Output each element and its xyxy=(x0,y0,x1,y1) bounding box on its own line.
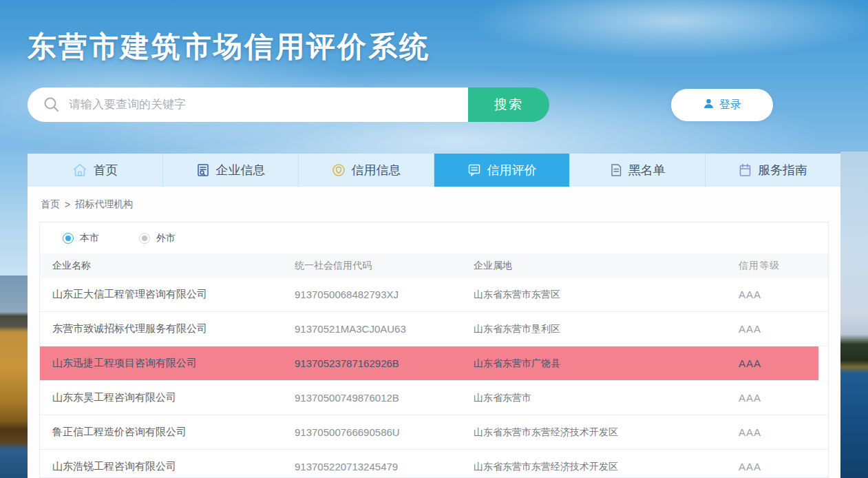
location: 山东省东营市广饶县 xyxy=(474,357,739,370)
tab-label: 服务指南 xyxy=(758,162,807,178)
tab-service-guide[interactable]: 服务指南 xyxy=(706,154,840,187)
search-button[interactable]: 搜索 xyxy=(468,87,549,122)
tab-home[interactable]: 首页 xyxy=(28,154,163,187)
tab-credit-evaluation[interactable]: 信用评价 xyxy=(434,154,570,187)
credit-rating: AAA xyxy=(739,323,828,335)
credit-code: 91370523787162926B xyxy=(295,357,474,369)
blacklist-icon xyxy=(610,163,622,177)
company-name: 山东浩锐工程咨询有限公司 xyxy=(40,460,295,473)
credit-code: 91370500766690586U xyxy=(295,426,474,438)
radio-label: 本市 xyxy=(80,232,99,245)
service-guide-icon xyxy=(739,163,752,177)
col-location: 企业属地 xyxy=(474,260,739,272)
location: 山东省东营市东营经济技术开发区 xyxy=(474,461,739,473)
company-name: 山东东昊工程咨询有限公司 xyxy=(40,391,295,404)
location: 山东省东营市东营经济技术开发区 xyxy=(474,426,739,439)
credit-code: 9137050068482793XJ xyxy=(295,289,474,300)
radio-local-city[interactable]: 本市 xyxy=(63,232,99,245)
credit-code: 91370521MA3CJ0AU63 xyxy=(295,323,474,335)
tab-label: 首页 xyxy=(94,162,118,178)
page-title: 东营市建筑市场信用评价系统 xyxy=(28,28,430,66)
credit-rating: AAA xyxy=(739,357,828,369)
location: 山东省东营市 xyxy=(474,392,739,404)
credit-evaluation-icon xyxy=(467,163,481,177)
login-label: 登录 xyxy=(719,98,741,112)
lake-pier-background xyxy=(0,276,29,478)
location: 山东省东营市东营区 xyxy=(474,289,739,301)
credit-rating: AAA xyxy=(739,392,828,404)
tab-label: 信用评价 xyxy=(487,162,537,178)
search-bar: 搜索 xyxy=(28,87,549,122)
credit-code: 91370500749876012B xyxy=(295,392,474,404)
location: 山东省东营市垦利区 xyxy=(474,323,739,335)
table-row[interactable]: 东营市致诚招标代理服务有限公司 91370521MA3CJ0AU63 山东省东营… xyxy=(40,312,828,346)
enterprise-info-icon xyxy=(196,163,210,177)
radio-label: 外市 xyxy=(156,232,176,245)
search-box[interactable] xyxy=(28,87,468,122)
company-name: 山东迅捷工程项目咨询有限公司 xyxy=(40,357,295,370)
tab-enterprise-info[interactable]: 企业信息 xyxy=(163,154,299,187)
table-row[interactable]: 山东正大信工程管理咨询有限公司 9137050068482793XJ 山东省东营… xyxy=(40,278,828,312)
table-row[interactable]: 山东东昊工程咨询有限公司 91370500749876012B 山东省东营市 A… xyxy=(40,381,828,415)
tab-label: 信用信息 xyxy=(352,162,401,178)
credit-rating: AAA xyxy=(739,461,828,472)
col-credit-code: 统一社会信用代码 xyxy=(295,260,474,272)
main-nav: 首页 企业信息 信用信息 信用评价 xyxy=(28,154,840,187)
table-row[interactable]: 鲁正信工程造价咨询有限公司 91370500766690586U 山东省东营市东… xyxy=(40,415,828,450)
credit-info-icon xyxy=(332,163,346,177)
lake-shore-background xyxy=(840,152,868,478)
table-row[interactable]: 山东浩锐工程咨询有限公司 913705220713245479 山东省东营市东营… xyxy=(40,450,828,478)
table-header: 企业名称 统一社会信用代码 企业属地 信用等级 xyxy=(40,253,828,278)
breadcrumb-home[interactable]: 首页 xyxy=(41,198,60,211)
breadcrumb: 首页 > 招标代理机构 xyxy=(28,187,840,222)
radio-selected-icon xyxy=(63,233,74,244)
tab-credit-info[interactable]: 信用信息 xyxy=(299,154,434,187)
col-credit-rating: 信用等级 xyxy=(739,260,828,272)
credit-rating: AAA xyxy=(739,426,828,438)
table-row-highlighted[interactable]: 山东迅捷工程项目咨询有限公司 91370523787162926B 山东省东营市… xyxy=(40,346,828,381)
city-filter: 本市 外市 xyxy=(40,222,828,253)
col-company-name: 企业名称 xyxy=(40,260,295,272)
home-icon xyxy=(72,163,87,177)
credit-rating: AAA xyxy=(739,289,828,300)
tab-label: 黑名单 xyxy=(628,162,666,178)
content-panel: 首页 > 招标代理机构 本市 外市 企业名称 统一社会信用代码 企业属地 信用等… xyxy=(28,187,840,478)
credit-code: 913705220713245479 xyxy=(295,461,474,472)
breadcrumb-current: 招标代理机构 xyxy=(75,198,133,211)
agency-list-card: 本市 外市 企业名称 统一社会信用代码 企业属地 信用等级 山东正大信工程管理咨… xyxy=(39,222,829,478)
company-name: 鲁正信工程造价咨询有限公司 xyxy=(40,426,295,439)
tab-blacklist[interactable]: 黑名单 xyxy=(570,154,706,187)
login-button[interactable]: 登录 xyxy=(671,89,773,121)
search-icon xyxy=(43,96,61,114)
user-icon xyxy=(703,98,714,112)
company-name: 东营市致诚招标代理服务有限公司 xyxy=(40,322,295,335)
radio-other-city[interactable]: 外市 xyxy=(139,232,176,245)
search-input[interactable] xyxy=(69,87,468,122)
tab-label: 企业信息 xyxy=(216,162,266,178)
breadcrumb-separator: > xyxy=(65,199,70,210)
company-name: 山东正大信工程管理咨询有限公司 xyxy=(40,288,295,301)
radio-unselected-icon xyxy=(139,233,150,244)
